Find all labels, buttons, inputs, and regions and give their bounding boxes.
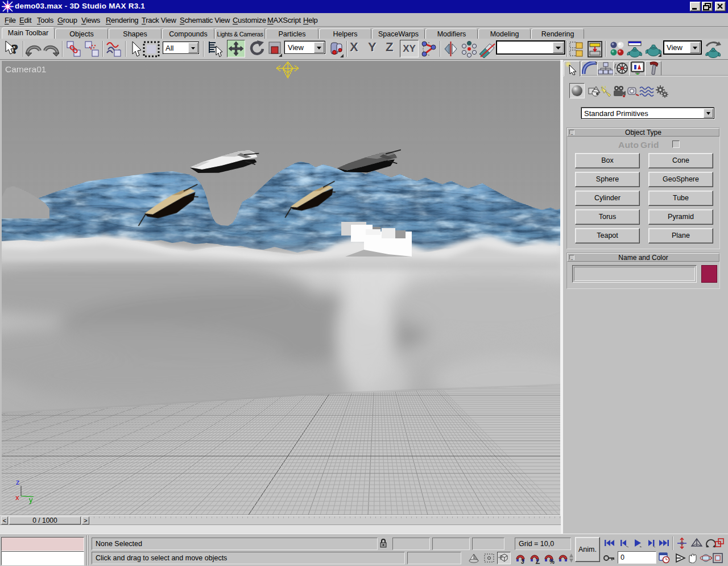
svg-text:Camera01: Camera01 — [5, 64, 46, 74]
svg-text:∠: ∠ — [535, 559, 540, 564]
svg-text:z: z — [16, 478, 20, 486]
svg-text:3: 3 — [521, 559, 524, 564]
svg-text:x: x — [15, 493, 19, 502]
svg-text:%: % — [549, 559, 555, 564]
svg-text:y: y — [29, 495, 33, 504]
svg-text:?: ? — [11, 42, 18, 56]
